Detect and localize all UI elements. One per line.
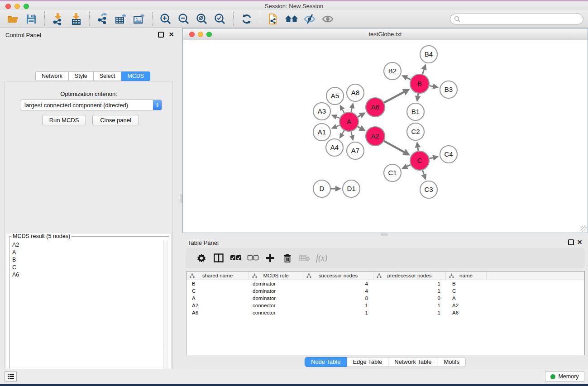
network-document-icon[interactable] bbox=[264, 12, 282, 26]
edge-A-A8[interactable] bbox=[351, 108, 352, 112]
window-resize-grip[interactable] bbox=[581, 226, 587, 232]
cell-predecessor-nodes[interactable]: 1 bbox=[373, 287, 446, 295]
deselect-all-icon[interactable] bbox=[244, 250, 262, 266]
table-row[interactable]: Adominator80A bbox=[186, 295, 584, 302]
edge-A-A6[interactable] bbox=[358, 115, 360, 117]
edge-A-A3[interactable] bbox=[336, 117, 339, 118]
run-mcds-button[interactable]: Run MCDS bbox=[42, 115, 86, 125]
cell-successor-nodes[interactable]: 4 bbox=[303, 280, 373, 287]
homes-icon[interactable] bbox=[282, 12, 301, 26]
float-table-panel-icon[interactable] bbox=[568, 239, 574, 245]
edge-B-B4[interactable] bbox=[422, 70, 424, 74]
tab-style[interactable]: Style bbox=[69, 71, 94, 81]
import-network-icon[interactable] bbox=[49, 12, 67, 26]
vertical-splitter-grip[interactable] bbox=[180, 195, 182, 203]
result-item[interactable]: A bbox=[12, 249, 163, 257]
edge-A-A4[interactable] bbox=[342, 130, 344, 134]
cell-shared-name[interactable]: A2 bbox=[186, 302, 249, 309]
tab-mcds[interactable]: MCDS bbox=[121, 71, 150, 81]
criterion-select[interactable]: largest connected component (directed) ▲… bbox=[20, 100, 162, 110]
float-panel-icon[interactable] bbox=[158, 32, 164, 38]
edge-A-A5[interactable] bbox=[342, 110, 344, 113]
edge-C-C2[interactable] bbox=[418, 148, 418, 151]
hide-eye-icon[interactable] bbox=[301, 12, 319, 26]
cell-MCDS-role[interactable]: connector bbox=[249, 302, 303, 309]
tab-node-table[interactable]: Node Table bbox=[305, 357, 347, 367]
edge-C-C4[interactable] bbox=[429, 158, 433, 159]
edge-C-C1[interactable] bbox=[407, 165, 411, 167]
columns-icon[interactable] bbox=[210, 250, 227, 266]
edge-B-B3[interactable] bbox=[430, 86, 433, 86]
cell-shared-name[interactable]: C bbox=[186, 287, 249, 295]
cell-MCDS-role[interactable]: dominator bbox=[249, 295, 303, 302]
cell-MCDS-role[interactable]: dominator bbox=[249, 280, 303, 287]
column-header-predecessor-nodes[interactable]: predecessor nodes bbox=[373, 272, 446, 280]
add-row-icon[interactable] bbox=[262, 250, 279, 266]
task-history-button[interactable] bbox=[5, 371, 17, 382]
result-item[interactable]: A6 bbox=[12, 271, 163, 279]
cell-successor-nodes[interactable]: 4 bbox=[303, 287, 373, 295]
eye-icon[interactable] bbox=[319, 12, 337, 26]
cell-predecessor-nodes[interactable]: 1 bbox=[373, 309, 446, 316]
tab-edge-table[interactable]: Edge Table bbox=[347, 357, 388, 367]
tab-select[interactable]: Select bbox=[94, 71, 122, 81]
mcds-result-list[interactable]: A2ABCA6 bbox=[10, 240, 163, 386]
export-table-icon[interactable] bbox=[112, 12, 130, 26]
cell-name[interactable]: A6 bbox=[446, 309, 487, 316]
zoom-fit-icon[interactable] bbox=[193, 12, 211, 26]
cell-successor-nodes[interactable]: 1 bbox=[303, 302, 373, 309]
cell-predecessor-nodes[interactable]: 0 bbox=[373, 295, 446, 302]
edge-A-A1[interactable] bbox=[336, 125, 339, 127]
result-item[interactable]: B bbox=[12, 256, 163, 264]
column-header-successor-nodes[interactable]: successor nodes bbox=[303, 272, 373, 280]
cell-name[interactable]: C bbox=[446, 287, 487, 295]
column-header-name[interactable]: name bbox=[446, 272, 487, 280]
edge-B-B1[interactable] bbox=[418, 94, 418, 96]
column-header-shared-name[interactable]: shared name bbox=[186, 272, 249, 280]
zoom-in-icon[interactable] bbox=[157, 12, 175, 26]
tab-network-table[interactable]: Network Table bbox=[388, 357, 438, 367]
delete-rows-icon[interactable] bbox=[279, 250, 296, 266]
edge-A6-B[interactable] bbox=[384, 92, 404, 102]
edge-A2-C[interactable] bbox=[384, 141, 404, 152]
settings-gear-icon[interactable] bbox=[193, 250, 210, 266]
open-file-icon[interactable] bbox=[4, 12, 22, 26]
result-scrollbar[interactable] bbox=[163, 240, 168, 386]
cell-name[interactable]: A2 bbox=[446, 302, 487, 309]
cell-name[interactable]: B bbox=[446, 280, 487, 287]
column-header-MCDS-role[interactable]: MCDS role bbox=[249, 272, 303, 280]
memory-button[interactable]: Memory bbox=[545, 371, 584, 382]
cell-shared-name[interactable]: A bbox=[186, 295, 249, 302]
zoom-selected-icon[interactable] bbox=[211, 12, 229, 26]
refresh-icon[interactable] bbox=[238, 12, 256, 26]
close-panel-icon[interactable]: ✕ bbox=[168, 32, 174, 38]
network-canvas[interactable]: B4B2BB3A8A5A6B1A3AC2A1A2A4A7C4CC1C3DD1 bbox=[183, 40, 588, 233]
zoom-out-icon[interactable] bbox=[175, 12, 193, 26]
edge-A-A2[interactable] bbox=[358, 127, 360, 128]
export-network-icon[interactable] bbox=[94, 12, 112, 26]
table-row[interactable]: Bdominator41B bbox=[186, 280, 584, 287]
edge-B-B2[interactable] bbox=[407, 78, 411, 80]
cell-name[interactable]: A bbox=[446, 295, 487, 302]
result-item[interactable]: C bbox=[12, 264, 163, 272]
result-item[interactable]: A2 bbox=[12, 241, 163, 249]
close-panel-button[interactable]: Close panel bbox=[92, 115, 139, 125]
cell-successor-nodes[interactable]: 8 bbox=[303, 295, 373, 302]
cell-predecessor-nodes[interactable]: 1 bbox=[373, 280, 446, 287]
edge-A-A7[interactable] bbox=[351, 131, 352, 135]
search-input[interactable] bbox=[450, 14, 583, 24]
import-table-icon[interactable] bbox=[67, 12, 85, 26]
cell-successor-nodes[interactable]: 1 bbox=[303, 309, 373, 316]
cell-MCDS-role[interactable]: dominator bbox=[249, 287, 303, 295]
edge-C-C3[interactable] bbox=[423, 170, 424, 174]
table-row[interactable]: Cdominator41C bbox=[186, 287, 584, 295]
close-table-panel-icon[interactable]: ✕ bbox=[577, 239, 583, 245]
table-row[interactable]: A2connector11A2 bbox=[186, 302, 584, 309]
save-session-icon[interactable] bbox=[22, 12, 40, 26]
node-table[interactable]: shared nameMCDS rolesuccessor nodesprede… bbox=[186, 271, 585, 355]
table-row[interactable]: A6connector11A6 bbox=[186, 309, 584, 316]
tab-motifs[interactable]: Motifs bbox=[438, 357, 466, 367]
export-image-icon[interactable] bbox=[130, 12, 148, 26]
select-all-icon[interactable] bbox=[227, 250, 244, 266]
cell-shared-name[interactable]: B bbox=[186, 280, 249, 287]
